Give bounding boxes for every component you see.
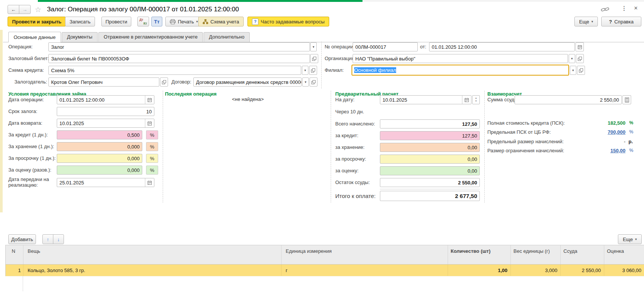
for-overdue-field[interactable]: 0,000	[57, 154, 142, 163]
open-icon	[579, 68, 583, 73]
post-and-close-button[interactable]: Провести и закрыть	[8, 17, 66, 26]
precalc-overdue-field[interactable]: 0,00	[380, 155, 480, 164]
calendar-icon	[147, 97, 152, 102]
pledger-field[interactable]: Кротов Олег Петрович	[48, 77, 159, 87]
ticket-field[interactable]: Залоговый билет № ПВ000053ОФ	[48, 54, 310, 63]
tab-additional[interactable]: Дополнительно	[204, 32, 250, 42]
add-item-button[interactable]: Добавить	[8, 234, 36, 244]
column-divider	[560, 245, 561, 264]
loan-balance-field[interactable]: 2 550,00	[380, 178, 480, 187]
faq-button[interactable]: ? Часто задаваемые вопросы	[247, 17, 329, 26]
calendar-button[interactable]	[145, 178, 154, 187]
from-calendar-button[interactable]	[576, 42, 584, 51]
print-button[interactable]: Печать ▾	[165, 17, 202, 26]
calendar-button[interactable]	[145, 96, 154, 104]
close-icon[interactable]: ✕	[634, 5, 638, 11]
table-row[interactable]: 1 Кольцо, Золото 585, 3 гр. г 1,00 3,000…	[5, 265, 644, 276]
for-storage-unit: %	[146, 142, 158, 151]
col-loan[interactable]: Ссуда	[563, 248, 577, 254]
pledger-open-button[interactable]	[160, 77, 168, 87]
calculator-icon	[625, 97, 629, 102]
contract-open-button[interactable]	[310, 77, 317, 87]
accrual-cap-link[interactable]: 150,00	[588, 148, 625, 153]
precalc-storage-field[interactable]: 0,00	[380, 143, 480, 152]
column-divider	[510, 265, 511, 276]
loan-amount-field[interactable]: 2 550,00	[515, 95, 622, 104]
row-n: 1	[6, 265, 21, 276]
accounting-scheme-button[interactable]: Схема учета	[198, 17, 244, 26]
operation-date-field[interactable]: 01.01.2025 12:00:00	[57, 95, 154, 104]
progress-bar	[38, 0, 362, 2]
for-appraisal-field[interactable]: 0,000	[57, 166, 142, 175]
psk-limit-unit: %	[629, 129, 633, 135]
accounting-scheme-label: Схема учета	[210, 19, 239, 25]
col-qty[interactable]: Количество (шт)	[451, 248, 490, 254]
window-menu-icon[interactable]: ⋮	[621, 5, 627, 12]
operation-no-field[interactable]: 00ЛМ-000017	[353, 42, 418, 51]
post-button[interactable]: Провести	[101, 17, 131, 26]
calendar-button[interactable]	[462, 96, 471, 104]
loan-amount-calculator-button[interactable]	[622, 95, 631, 104]
col-n[interactable]: N	[12, 248, 15, 254]
psk-limit-label: Предельная ПСК от ЦБ РФ:	[487, 129, 551, 135]
branch-open-button[interactable]	[577, 66, 585, 75]
col-unit[interactable]: Единица измерения	[286, 248, 332, 254]
ticket-open-button[interactable]	[310, 54, 318, 63]
branch-selected-text: Основной филиал	[354, 67, 396, 73]
write-button[interactable]: Записать	[65, 17, 95, 26]
move-down-button[interactable]: ↓	[53, 234, 64, 244]
col-appraisal[interactable]: Оценка	[607, 248, 624, 254]
col-weight[interactable]: Вес единицы (г)	[513, 248, 550, 254]
precalc-credit-label: за кредит:	[335, 133, 358, 138]
tab-documents[interactable]: Документы	[62, 32, 98, 42]
total-accrued-field[interactable]: 127,50	[380, 119, 480, 128]
for-credit-field[interactable]: 0,500	[57, 130, 142, 139]
organization-dropdown-button[interactable]: ▾	[569, 54, 575, 63]
calendar-icon	[147, 180, 152, 185]
spinner-down-icon: ▾	[475, 100, 476, 103]
column-divider	[604, 265, 604, 276]
credit-scheme-dropdown-button[interactable]: ▾	[302, 66, 308, 75]
on-date-field[interactable]: 10.01.2025	[380, 95, 471, 104]
tab-regulated-accounting[interactable]: Отражение в регламентированном учете	[98, 32, 203, 42]
operation-dropdown-button[interactable]: ▾	[310, 42, 317, 51]
credit-scheme-field[interactable]: Схема 5%	[48, 66, 301, 75]
for-credit-unit: %	[146, 130, 158, 139]
column-divider	[23, 265, 23, 276]
precalc-appraisal-field[interactable]: 0,00	[380, 166, 480, 175]
branch-dropdown-button[interactable]: ▾	[570, 66, 576, 75]
pledge-term-field[interactable]: 10	[57, 107, 154, 116]
on-date-label: На дату:	[335, 97, 355, 102]
chevron-down-icon: ▾	[635, 238, 637, 241]
total-due-field[interactable]: 2 677,50	[380, 191, 480, 201]
precalc-credit-field[interactable]: 127,50	[380, 131, 480, 140]
row-loan: 2 550,00	[563, 265, 601, 276]
back-button[interactable]: ←	[8, 5, 19, 14]
transfer-date-field[interactable]: 25.01.2025	[57, 178, 154, 187]
tt-button[interactable]: Тт	[151, 17, 162, 26]
psk-limit-link[interactable]: 700,000	[588, 129, 625, 135]
operation-label: Операция:	[8, 44, 33, 50]
move-up-button[interactable]: ↑	[42, 234, 53, 244]
favorite-star-icon[interactable]: ☆	[35, 5, 41, 14]
operation-field[interactable]: Залог	[48, 42, 310, 51]
contract-field[interactable]: Договор размещения денежных средств 0000…	[193, 77, 302, 87]
more-button-top[interactable]: Еще ▾	[574, 17, 598, 26]
credit-scheme-open-button[interactable]	[309, 66, 317, 75]
contract-dropdown-button[interactable]: ▾	[302, 77, 309, 87]
tab-main-data[interactable]: Основные данные	[8, 32, 61, 42]
for-storage-field[interactable]: 0,000	[57, 142, 142, 151]
calendar-button[interactable]	[145, 119, 154, 127]
more-button-items[interactable]: Еще ▾	[618, 234, 642, 244]
from-date-field[interactable]: 01.01.2025 12:00:00	[429, 42, 575, 51]
branch-field-focused[interactable]: Основной филиал	[352, 65, 569, 76]
on-date-spinner[interactable]: ▴▾	[472, 95, 480, 104]
organization-open-button[interactable]	[576, 54, 584, 63]
col-item[interactable]: Вещь	[28, 248, 40, 254]
forward-button[interactable]: →	[19, 5, 31, 14]
organization-field[interactable]: НАО "Правильный выбор"	[353, 54, 568, 63]
help-button[interactable]: ? Справка	[601, 17, 641, 26]
return-date-field[interactable]: 10.01.2025	[57, 119, 154, 128]
get-link-icon[interactable]	[601, 7, 609, 13]
dt-kt-postings-button[interactable]: ДтКт	[137, 17, 149, 26]
